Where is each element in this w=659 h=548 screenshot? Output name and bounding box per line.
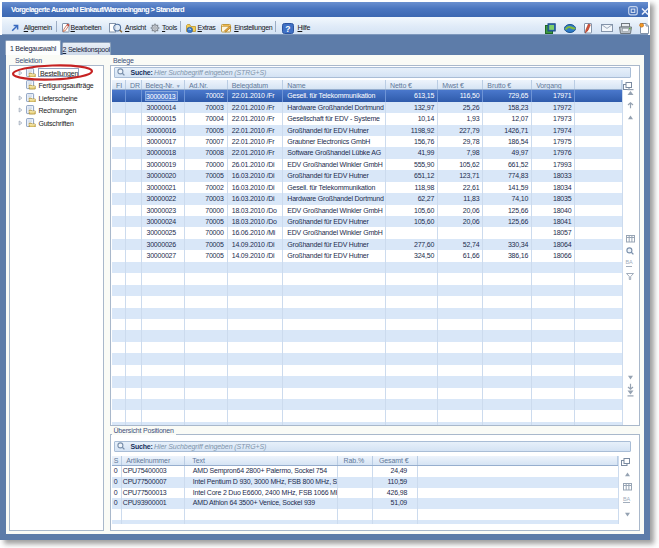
svg-text:?: ? [285,23,290,33]
